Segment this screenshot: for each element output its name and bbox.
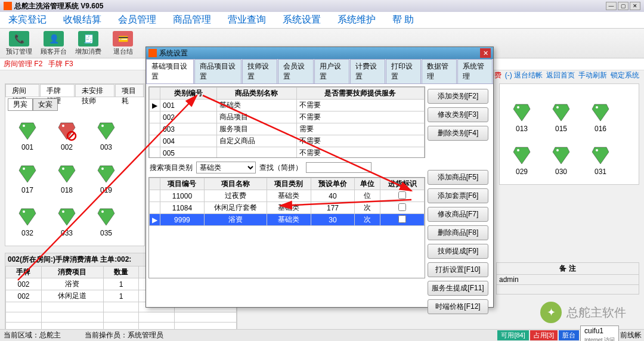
tag-030[interactable]: 030 xyxy=(541,139,581,182)
menu-来宾登记[interactable]: 来宾登记 xyxy=(0,11,55,29)
left-panel: 房间管理手牌管理未安排技师项目耗 男宾女宾 001002003017018019… xyxy=(5,83,145,246)
gender-tab-女宾[interactable]: 女宾 xyxy=(33,98,58,111)
right-link-row: 增加消费(-) 退台结帐返回首页手动刷新锁定系统 xyxy=(469,70,639,80)
app-icon xyxy=(4,2,12,10)
subnav-room[interactable]: 房间管理 F2 xyxy=(4,59,42,69)
table-row[interactable]: 003服务项目需要 xyxy=(150,123,425,135)
link-手动刷新[interactable]: 手动刷新 xyxy=(578,71,607,79)
tool-顾客开台[interactable]: 👤顾客开台 xyxy=(37,30,70,57)
svg-point-16 xyxy=(596,149,598,151)
dlg-tab-技师设置[interactable]: 技师设置 xyxy=(242,59,277,83)
wechat-icon: ✦ xyxy=(540,302,562,323)
remark-header: 备 注 xyxy=(497,263,639,275)
table-row[interactable]: ▶001基础类不需要 xyxy=(150,100,425,111)
dialog-tabs: 基础项目设置商品项目设置技师设置会员设置用户设置计费设置打印设置数据管理系统管理 xyxy=(146,59,493,84)
svg-point-7 xyxy=(101,168,104,170)
category-table-wrap[interactable]: 类别编号商品类别名称是否需要技师提供服务 ▶001基础类不需要002商品项目不需… xyxy=(148,86,425,158)
btn-技师提成[F9][interactable]: 技师提成[F9] xyxy=(428,244,488,259)
svg-point-10 xyxy=(101,210,104,213)
close-button[interactable]: ✕ xyxy=(630,2,640,10)
menubar: 来宾登记收银结算会员管理商品管理营业查询系统设置系统维护帮 助 xyxy=(0,12,644,29)
dlg-tab-用户设置[interactable]: 用户设置 xyxy=(314,59,349,83)
table-row[interactable]: 004自定义商品不需要 xyxy=(150,135,425,147)
tag-031[interactable]: 031 xyxy=(581,139,620,182)
maximize-button[interactable]: ▢ xyxy=(618,2,628,10)
tag-019[interactable]: 019 xyxy=(86,157,126,200)
table-row[interactable]: 005不需要 xyxy=(150,147,425,159)
svg-point-1 xyxy=(62,125,64,127)
item-table: 项目编号项目名称项目类别预设单价单位进货标识 11000过夜费基础类40位110… xyxy=(149,178,425,226)
menu-系统维护[interactable]: 系统维护 xyxy=(329,11,384,29)
panel-tab-手牌管理[interactable]: 手牌管理 xyxy=(40,84,74,97)
table-row[interactable]: 11084休闲足疗套餐基础类177次 xyxy=(150,202,425,214)
svg-point-14 xyxy=(517,149,519,151)
category-table: 类别编号商品类别名称是否需要技师提供服务 ▶001基础类不需要002商品项目不需… xyxy=(149,87,425,158)
tool-退台结[interactable]: 💳退台结 xyxy=(106,30,140,57)
table-row[interactable]: 002商品项目不需要 xyxy=(150,111,425,123)
dialog-close-button[interactable]: ✕ xyxy=(480,48,491,58)
tag-013[interactable]: 013 xyxy=(502,96,541,139)
btn-时端价格[F12][interactable]: 时端价格[F12] xyxy=(428,299,488,314)
dlg-tab-系统管理[interactable]: 系统管理 xyxy=(457,59,493,83)
btn-添加类别[F2][interactable]: 添加类别[F2] xyxy=(428,89,488,104)
tag-018[interactable]: 018 xyxy=(47,157,86,200)
dlg-tab-会员设置[interactable]: 会员设置 xyxy=(278,59,313,83)
tag-001[interactable]: 001 xyxy=(8,114,47,157)
link-锁定系统[interactable]: 锁定系统 xyxy=(611,71,639,79)
remark-panel: 备 注 admin xyxy=(496,262,639,294)
watermark: ✦ 总舵主软件 xyxy=(540,302,626,323)
menu-收银结算[interactable]: 收银结算 xyxy=(55,11,110,29)
table-row[interactable]: 11000过夜费基础类40位 xyxy=(150,190,425,202)
btn-添加套票[F6][interactable]: 添加套票[F6] xyxy=(428,188,488,203)
svg-point-6 xyxy=(62,168,64,170)
menu-会员管理[interactable]: 会员管理 xyxy=(110,11,165,29)
btn-添加商品[F5][interactable]: 添加商品[F5] xyxy=(428,170,488,185)
item-table-wrap[interactable]: 项目编号项目名称项目类别预设单价单位进货标识 11000过夜费基础类40位110… xyxy=(148,177,425,278)
tag-032[interactable]: 032 xyxy=(8,200,47,243)
minimize-button[interactable]: — xyxy=(606,2,617,10)
tag-033[interactable]: 033 xyxy=(47,200,86,243)
tool-预订管理[interactable]: 📞预订管理 xyxy=(2,30,36,57)
tag-029[interactable]: 029 xyxy=(502,139,541,182)
menu-系统设置[interactable]: 系统设置 xyxy=(274,11,329,29)
status-badge: 占用[3] xyxy=(530,330,558,340)
panel-tab-未安排技师[interactable]: 未安排技师 xyxy=(75,84,114,97)
tag-015[interactable]: 015 xyxy=(541,96,581,139)
menu-营业查询[interactable]: 营业查询 xyxy=(219,11,274,29)
dlg-tab-数据管理[interactable]: 数据管理 xyxy=(422,59,457,83)
link-(-) 退台结帐[interactable]: (-) 退台结帐 xyxy=(505,71,543,79)
tag-017[interactable]: 017 xyxy=(8,157,47,200)
dlg-tab-基础项目设置[interactable]: 基础项目设置 xyxy=(146,59,194,83)
tag-035[interactable]: 035 xyxy=(86,200,126,243)
svg-point-8 xyxy=(23,210,25,213)
dlg-tab-商品项目设置[interactable]: 商品项目设置 xyxy=(194,59,242,83)
tag-002[interactable]: 002 xyxy=(47,114,86,157)
status-badge: 脏台 xyxy=(559,330,579,340)
panel-tab-房间管理[interactable]: 房间管理 xyxy=(5,84,39,97)
btn-修改商品[F7][interactable]: 修改商品[F7] xyxy=(428,207,488,222)
category-select[interactable]: 基础类 xyxy=(196,162,256,173)
tool-增加消费[interactable]: 🧾增加消费 xyxy=(72,30,105,57)
btn-服务生提成[F11][interactable]: 服务生提成[F11] xyxy=(428,281,488,296)
titlebar: 总舵主洗浴管理系统 V9.605 — ▢ ✕ xyxy=(0,0,644,12)
btn-打折设置[F10][interactable]: 打折设置[F10] xyxy=(428,262,488,277)
subnav-tag[interactable]: 手牌 F3 xyxy=(48,59,73,69)
svg-point-9 xyxy=(62,210,64,213)
btn-删除商品[F8][interactable]: 删除商品[F8] xyxy=(428,225,488,240)
dlg-tab-打印设置[interactable]: 打印设置 xyxy=(386,59,421,83)
menu-商品管理[interactable]: 商品管理 xyxy=(165,11,219,29)
menu-帮  助[interactable]: 帮 助 xyxy=(384,11,422,29)
tag-016[interactable]: 016 xyxy=(581,96,620,139)
panel-tab-项目耗[interactable]: 项目耗 xyxy=(115,84,144,97)
dialog-icon xyxy=(148,49,157,57)
dlg-tab-计费设置[interactable]: 计费设置 xyxy=(350,59,385,83)
svg-point-4 xyxy=(101,125,104,127)
search-input[interactable] xyxy=(306,162,371,173)
btn-删除类别[F4][interactable]: 删除类别[F4] xyxy=(428,126,488,141)
btn-修改类别[F3][interactable]: 修改类别[F3] xyxy=(428,107,488,122)
tag-003[interactable]: 003 xyxy=(86,114,126,157)
gender-tab-男宾[interactable]: 男宾 xyxy=(8,98,33,111)
svg-point-0 xyxy=(23,125,25,127)
table-row[interactable]: ▶9999浴资基础类30次 xyxy=(150,214,425,226)
link-返回首页[interactable]: 返回首页 xyxy=(546,71,575,79)
